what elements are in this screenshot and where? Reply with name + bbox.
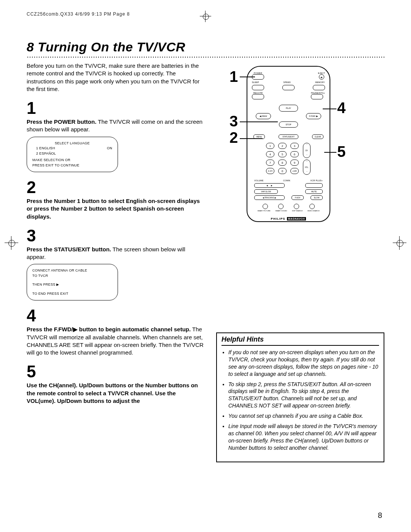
volume-bar: ◀ ▶ [254, 183, 285, 188]
bottom-four-labels: SMART PICTURE SMART SOUND SKIP SEARCH IN… [252, 210, 325, 212]
osd2-line1: CONNECT ANTENNA OR CABLE [32, 268, 112, 273]
memory-button [313, 85, 325, 90]
registration-mark-left [5, 236, 18, 250]
key-8: 8 [278, 160, 287, 166]
key-4: 4 [266, 151, 274, 157]
hint-1: If you do not see any on-screen displays… [228, 349, 379, 378]
key-5: 5 [278, 151, 287, 157]
ffwd-button: F.FWD ▶ [306, 113, 321, 119]
osd-screen-language: SELECT LANGUAGE 1 ENGLISH ON 2 ESPAÑOL M… [27, 137, 118, 173]
key-3: 3 [290, 143, 299, 149]
step-1-number: 1 [27, 100, 206, 117]
key-plus100: +100 [290, 168, 299, 174]
helpful-hints-list: If you do not see any on-screen displays… [221, 349, 379, 452]
vol-rocker: ˄VOL.˅ [303, 160, 311, 175]
dotted-rule [27, 56, 384, 58]
manual-page: CCZ256comb.QX33 4/6/99 9:13 PM Page 8 8 … [0, 0, 411, 532]
record-button [252, 94, 264, 99]
rew-button: ◀ REW [256, 113, 271, 119]
sleep-label: SLEEP [252, 81, 259, 83]
brand-philips: PHILIPS [271, 217, 285, 220]
remote-control: POWER EJECT ⏏ SLEEP SPEED MEMORY [247, 66, 330, 222]
osd2-line2: TO TVCR [32, 273, 112, 279]
step-5-bold: Use the CH(annel). Up/Down buttons or th… [27, 382, 198, 404]
key-2: 2 [278, 143, 287, 149]
speed-button [282, 85, 295, 90]
brand-magnavox: MAGNAVOX [287, 217, 306, 220]
key-7: 7 [266, 160, 274, 166]
ch-rocker: ˄CH.˅ [303, 143, 311, 158]
memory-label: MEMORY [315, 81, 325, 83]
osd1-line2: 2 ESPAÑOL [32, 151, 112, 157]
registration-mark-top [200, 11, 211, 22]
menu-button: MENU [253, 134, 265, 139]
remote-diagram: 1 4 3 2 5 POWER [216, 66, 384, 233]
lower-controls: VOLUME COMM. VCR PLUS+ ◀ ▶ VAR.SLOW MUTE [252, 179, 325, 200]
skip-search-label: SKIP SEARCH [292, 210, 303, 212]
status-exit-button: STATUS/EXIT [279, 134, 298, 139]
eject-button: ⏏ [319, 74, 324, 80]
vcrplus-button [305, 183, 323, 188]
hint-2: To skip step 2, press the STATUS/EXIT bu… [228, 381, 379, 410]
pause-label: PAUSE/STILL [311, 92, 325, 94]
power-button [252, 74, 264, 80]
key-6: 6 [290, 151, 299, 157]
illustration-column: 1 4 3 2 5 POWER [216, 61, 384, 462]
title-row: 8 Turning On the TV/VCR [27, 40, 384, 58]
key-0: 0 [278, 168, 287, 174]
osd-screen-antenna: CONNECT ANTENNA OR CABLE TO TVCR THEN PR… [27, 264, 118, 300]
number-keypad: 1 2 3 4 5 6 7 8 9 A.CH 0 +100 [252, 143, 325, 175]
remote-brand: PHILIPS MAGNAVOX [252, 217, 325, 220]
callout-4: 4 [337, 100, 346, 115]
osd1-footer: MAKE SELECTION OR PRESS EXIT TO CONTINUE [32, 158, 112, 168]
step-2-number: 2 [27, 179, 206, 196]
osd2-line4: TO END PRESS EXIT [32, 291, 112, 297]
osd1-title: SELECT LANGUAGE [32, 141, 112, 146]
step-3-bold: Press the STATUS/EXIT button. [27, 246, 111, 252]
power-label: POWER [252, 72, 264, 74]
smart-sound-label: SMART SOUND [275, 210, 287, 212]
mute-button: MUTE [305, 189, 323, 194]
step-4-bold: Press the F.FWD/▶ button to begin automa… [27, 326, 191, 332]
transport-controls: PLAY ◀ REW F.FWD ▶ STOP [252, 102, 325, 132]
smart-picture-label: SMART PICTURE [257, 210, 270, 212]
osd2-line3: THEN PRESS ▶ [32, 282, 112, 288]
page-number: 8 [378, 511, 384, 520]
key-1: 1 [266, 143, 274, 149]
index-search-label: INDEX SEARCH [307, 210, 319, 212]
hint-3: You cannot set up channels if you are us… [228, 412, 379, 420]
callout-1: 1 [229, 69, 238, 84]
tracking-bar: ◀ TRACKING ▶ [254, 195, 285, 200]
instructions-column: Before you turn on the TV/VCR, make sure… [27, 61, 206, 462]
step-5-text: Use the CH(annel). Up/Down buttons or th… [27, 382, 206, 405]
key-ach: A.CH [266, 168, 274, 174]
smart-picture-button [263, 204, 268, 209]
registration-mark-right [393, 236, 406, 250]
vcrplus-label: VCR PLUS+ [310, 179, 323, 182]
callout-2: 2 [229, 130, 238, 145]
varslow-button: VAR.SLOW [254, 189, 278, 194]
step-5-number: 5 [27, 363, 206, 380]
bottom-four-buttons [252, 204, 325, 209]
index-search-button [309, 204, 315, 209]
stop-button: STOP [279, 121, 298, 128]
record-label: RECOTR [252, 92, 264, 94]
step-3-text: Press the STATUS/EXIT button. The screen… [27, 246, 206, 261]
helpful-hints-box: Helpful Hints If you do not see any on-s… [216, 332, 384, 462]
callout-3: 3 [229, 113, 238, 129]
speed-label: SPEED [284, 81, 291, 83]
step-4-text: Press the F.FWD/▶ button to begin automa… [27, 326, 206, 356]
slow-button: SLOW [311, 195, 323, 200]
sleep-button [252, 85, 264, 90]
key-9: 9 [290, 160, 299, 166]
step-1-text: Press the POWER button. The TV/VCR will … [27, 118, 206, 134]
page-title: 8 Turning On the TV/VCR [27, 40, 384, 54]
hint-4: Line Input mode will always be stored in… [228, 423, 379, 452]
comm-label: COMM. [283, 179, 291, 182]
osd1-line1-right: ON [107, 146, 112, 151]
step-1-bold: Press the POWER button. [27, 118, 96, 125]
step-3-number: 3 [27, 227, 206, 244]
osd1-line1-left: 1 ENGLISH [36, 146, 55, 151]
clear-button: CLEAR [312, 134, 323, 139]
callout-5: 5 [337, 144, 346, 159]
